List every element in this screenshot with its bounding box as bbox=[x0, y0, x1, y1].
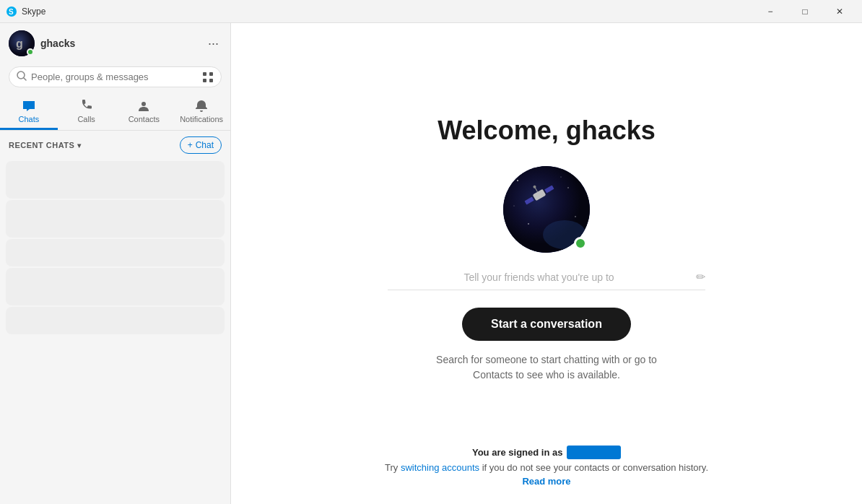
search-bar bbox=[9, 66, 222, 87]
read-more-link[interactable]: Read more bbox=[522, 476, 570, 487]
chat-list bbox=[0, 157, 230, 504]
svg-text:g: g bbox=[16, 38, 23, 50]
list-item bbox=[6, 200, 225, 238]
signed-in-label: You are signed in as bbox=[472, 447, 562, 458]
list-item bbox=[6, 307, 225, 334]
list-item bbox=[6, 161, 225, 199]
maximize-button[interactable]: □ bbox=[788, 0, 822, 23]
tab-calls-label: Calls bbox=[77, 115, 95, 123]
status-text-row: Tell your friends what you're up to ✏ bbox=[388, 270, 705, 290]
tab-contacts-label: Contacts bbox=[129, 115, 160, 123]
online-status-dot bbox=[27, 48, 34, 56]
svg-point-16 bbox=[528, 223, 529, 225]
new-chat-label: Chat bbox=[196, 140, 214, 150]
grid-button[interactable] bbox=[202, 71, 214, 83]
profile-avatar-large bbox=[503, 166, 590, 253]
tab-contacts[interactable]: Contacts bbox=[116, 93, 173, 130]
online-status-dot-large bbox=[574, 237, 587, 250]
search-hint: Search for someone to start chatting wit… bbox=[436, 352, 657, 383]
list-item bbox=[6, 268, 225, 305]
start-conversation-button[interactable]: Start a conversation bbox=[462, 308, 631, 341]
minimize-button[interactable]: − bbox=[754, 0, 787, 23]
sidebar: g ghacks ··· bbox=[0, 23, 231, 504]
username-badge bbox=[567, 446, 621, 459]
chevron-down-icon: ▾ bbox=[77, 142, 82, 149]
tab-notifications-label: Notifications bbox=[180, 115, 223, 123]
skype-icon: S bbox=[6, 6, 17, 17]
signed-in-section: You are signed in as Try switching accou… bbox=[385, 446, 708, 487]
svg-line-6 bbox=[24, 78, 26, 80]
welcome-title: Welcome, ghacks bbox=[437, 116, 655, 146]
profile-row: g ghacks ··· bbox=[0, 23, 230, 64]
nav-tabs: Chats Calls Contacts Notifications bbox=[0, 93, 230, 131]
titlebar-controls: − □ ✕ bbox=[754, 0, 856, 23]
tab-calls[interactable]: Calls bbox=[58, 93, 116, 130]
svg-point-14 bbox=[517, 180, 518, 181]
close-button[interactable]: ✕ bbox=[823, 0, 856, 23]
tab-chats-label: Chats bbox=[19, 115, 40, 123]
list-item bbox=[6, 239, 225, 266]
recent-chats-header: RECENT CHATS ▾ + Chat bbox=[0, 131, 230, 157]
signed-in-row: You are signed in as bbox=[385, 446, 708, 459]
switch-accounts-link[interactable]: switching accounts bbox=[401, 462, 479, 473]
plus-icon: + bbox=[188, 140, 193, 150]
new-chat-button[interactable]: + Chat bbox=[180, 136, 222, 154]
svg-point-18 bbox=[513, 205, 514, 206]
avatar-wrap: g bbox=[9, 30, 35, 56]
app-body: g ghacks ··· bbox=[0, 23, 862, 504]
tab-notifications[interactable]: Notifications bbox=[173, 93, 230, 130]
edit-icon[interactable]: ✏ bbox=[696, 270, 705, 284]
profile-username: ghacks bbox=[40, 38, 199, 49]
switch-accounts-hint: if you do not see your contacts or conve… bbox=[482, 462, 708, 473]
svg-point-19 bbox=[560, 176, 561, 177]
search-input[interactable] bbox=[31, 71, 198, 82]
tab-chats[interactable]: Chats bbox=[0, 93, 58, 130]
svg-point-15 bbox=[567, 187, 569, 188]
titlebar: S Skype − □ ✕ bbox=[0, 0, 862, 23]
svg-rect-8 bbox=[209, 72, 213, 76]
status-placeholder: Tell your friends what you're up to bbox=[388, 271, 690, 283]
app-title: Skype bbox=[22, 6, 45, 17]
search-icon bbox=[17, 71, 27, 83]
svg-rect-10 bbox=[209, 79, 213, 82]
titlebar-left: S Skype bbox=[6, 6, 45, 17]
recent-chats-label[interactable]: RECENT CHATS ▾ bbox=[9, 141, 82, 149]
svg-point-11 bbox=[142, 102, 146, 106]
main-content: Welcome, ghacks bbox=[231, 23, 862, 504]
svg-point-17 bbox=[575, 216, 576, 217]
try-prefix: Try bbox=[385, 462, 398, 473]
svg-text:S: S bbox=[9, 8, 14, 16]
svg-rect-9 bbox=[203, 79, 206, 82]
switch-accounts-row: Try switching accounts if you do not see… bbox=[385, 462, 708, 473]
more-options-button[interactable]: ··· bbox=[205, 33, 222, 54]
svg-rect-7 bbox=[203, 72, 206, 76]
